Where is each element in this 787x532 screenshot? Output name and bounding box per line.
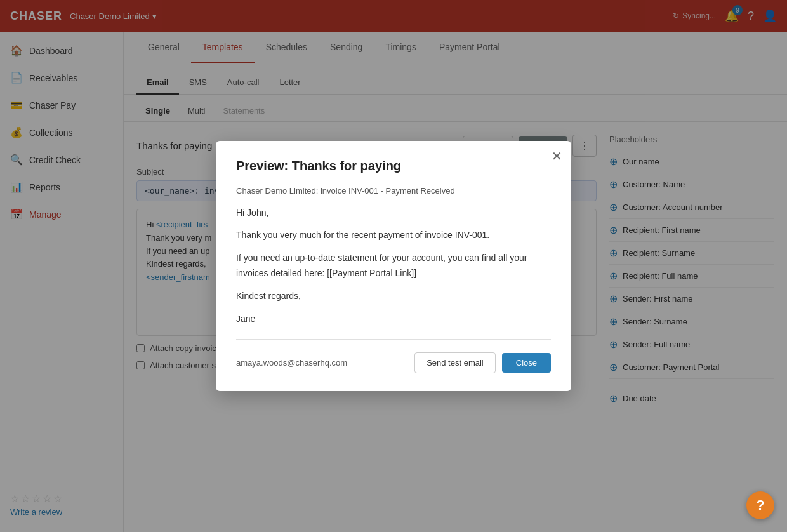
modal-divider — [236, 339, 551, 340]
preview-modal: ✕ Preview: Thanks for paying Chaser Demo… — [216, 141, 571, 392]
modal-title: Preview: Thanks for paying — [236, 159, 551, 173]
modal-sign-off: Kindest regards, — [236, 289, 551, 304]
help-fab-button[interactable]: ? — [746, 491, 774, 519]
modal-subject: Chaser Demo Limited: invoice INV-001 - P… — [236, 186, 551, 196]
close-modal-button[interactable]: Close — [502, 353, 551, 373]
modal-body: Hi John, Thank you very much for the rec… — [236, 206, 551, 327]
send-test-email-button[interactable]: Send test email — [414, 352, 496, 373]
modal-footer: amaya.woods@chaserhq.com Send test email… — [236, 352, 551, 373]
modal-overlay[interactable]: ✕ Preview: Thanks for paying Chaser Demo… — [0, 0, 787, 532]
modal-sender: Jane — [236, 312, 551, 327]
modal-greeting: Hi John, — [236, 206, 551, 221]
modal-body-line2: If you need an up-to-date statement for … — [236, 251, 551, 281]
modal-test-email: amaya.woods@chaserhq.com — [236, 358, 347, 368]
modal-close-button[interactable]: ✕ — [552, 150, 562, 163]
modal-body-line1: Thank you very much for the recent payme… — [236, 228, 551, 243]
